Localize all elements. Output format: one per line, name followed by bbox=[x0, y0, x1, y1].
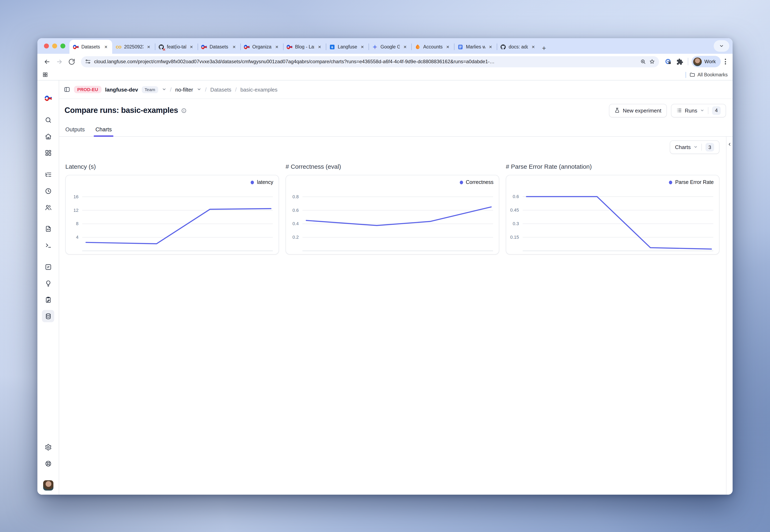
all-bookmarks-button[interactable]: All Bookmarks bbox=[689, 72, 728, 78]
sidebar-item-sessions[interactable] bbox=[42, 185, 54, 197]
browser-tab[interactable]: Datasets | l✕ bbox=[69, 40, 112, 54]
breadcrumb-slash: / bbox=[170, 86, 171, 93]
browser-tab[interactable]: Accounts |✕ bbox=[411, 40, 454, 54]
runs-button[interactable]: Runs 4 bbox=[671, 104, 726, 117]
browser-tab[interactable]: Marlies we✕ bbox=[454, 40, 497, 54]
svg-text:8: 8 bbox=[76, 221, 78, 226]
tab-title: Organizatio bbox=[252, 44, 271, 49]
svg-text:0.6: 0.6 bbox=[512, 194, 519, 199]
svg-text:12: 12 bbox=[73, 208, 79, 213]
reload-button[interactable] bbox=[66, 56, 77, 67]
browser-tab[interactable]: docs: add g✕ bbox=[497, 40, 539, 54]
panel-toggle-icon[interactable] bbox=[64, 86, 70, 93]
back-button[interactable] bbox=[41, 56, 52, 67]
browser-tab[interactable]: Organizatio✕ bbox=[240, 40, 283, 54]
profile-avatar bbox=[693, 57, 702, 66]
desktop: Datasets | l✕CO20250923✕✕feat(io-tab✕Dat… bbox=[0, 0, 770, 532]
sidebar-item-annotation[interactable] bbox=[42, 294, 54, 306]
site-settings-icon[interactable] bbox=[85, 59, 91, 64]
new-tab-button[interactable]: + bbox=[542, 45, 546, 52]
new-experiment-button[interactable]: New experiment bbox=[609, 104, 667, 117]
onepassword-extension-icon[interactable] bbox=[663, 57, 673, 67]
tab-title: docs: add g bbox=[509, 44, 528, 49]
charts-filter-button[interactable]: Charts 3 bbox=[670, 140, 720, 154]
sidebar-item-users[interactable] bbox=[42, 201, 54, 213]
profile-chip[interactable]: Work bbox=[692, 56, 721, 67]
browser-tab[interactable]: Blog - Lang✕ bbox=[283, 40, 326, 54]
page-header: Compare runs: basic-examples New experim… bbox=[59, 99, 733, 122]
sidebar-item-datasets[interactable] bbox=[42, 310, 54, 322]
tab-close-icon[interactable]: ✕ bbox=[402, 44, 408, 49]
tab-close-icon[interactable]: ✕ bbox=[231, 44, 237, 49]
tab-title: Blog - Lang bbox=[295, 44, 314, 49]
tab-close-icon[interactable]: ✕ bbox=[530, 44, 536, 49]
apps-grid-icon[interactable] bbox=[42, 72, 48, 78]
browser-tab[interactable]: CO20250923✕ bbox=[112, 40, 155, 54]
tab-search-button[interactable] bbox=[714, 40, 729, 52]
sidebar-item-tracing[interactable] bbox=[42, 168, 54, 181]
minimize-window-icon[interactable] bbox=[52, 44, 57, 48]
sidebar-item-settings[interactable] bbox=[42, 441, 54, 453]
zoom-window-icon[interactable] bbox=[60, 44, 65, 48]
sidebar-item-llm-judge[interactable] bbox=[42, 277, 54, 289]
list-tree-icon bbox=[45, 171, 52, 178]
sidebar-item-home[interactable] bbox=[42, 130, 54, 142]
sidebar-item-support[interactable] bbox=[42, 457, 54, 470]
langfuse-app: PROD-EU langfuse-dev Team / no-filter / … bbox=[37, 80, 733, 495]
browser-tab[interactable]: Google Ge✕ bbox=[369, 40, 411, 54]
database-icon bbox=[45, 313, 52, 320]
browser-tab[interactable]: 6Langfuse -✕ bbox=[326, 40, 369, 54]
extensions-puzzle-icon[interactable] bbox=[675, 57, 685, 67]
tab-title: Datasets | bbox=[210, 44, 229, 49]
info-icon[interactable] bbox=[181, 108, 187, 113]
browser-toolbar: cloud.langfuse.com/project/cmfwgv8fx002o… bbox=[37, 54, 733, 69]
browser-tab[interactable]: ✕feat(io-tab✕ bbox=[155, 40, 198, 54]
close-window-icon[interactable] bbox=[44, 44, 49, 48]
sidebar-item-dashboards[interactable] bbox=[42, 147, 54, 159]
url-text[interactable]: cloud.langfuse.com/project/cmfwgv8fx002o… bbox=[94, 59, 637, 64]
sidebar-item-scores[interactable] bbox=[42, 261, 54, 273]
tab-close-icon[interactable]: ✕ bbox=[274, 44, 280, 49]
tab-close-icon[interactable]: ✕ bbox=[146, 44, 151, 49]
tab-close-icon[interactable]: ✕ bbox=[487, 44, 493, 49]
tab-close-icon[interactable]: ✕ bbox=[188, 44, 195, 49]
tab-close-icon[interactable]: ✕ bbox=[445, 44, 451, 49]
url-bar[interactable]: cloud.langfuse.com/project/cmfwgv8fx002o… bbox=[81, 56, 659, 67]
lightbulb-icon bbox=[45, 280, 52, 287]
tab-charts[interactable]: Charts bbox=[95, 126, 112, 136]
header-actions: New experiment Runs 4 bbox=[609, 104, 726, 117]
tab-outputs[interactable]: Outputs bbox=[65, 126, 85, 136]
collapse-panel-icon[interactable] bbox=[727, 142, 732, 147]
breadcrumb-slash: / bbox=[205, 86, 207, 93]
project-name[interactable]: no-filter bbox=[175, 86, 193, 93]
breadcrumb-dataset-name[interactable]: basic-examples bbox=[240, 86, 278, 93]
life-buoy-icon bbox=[45, 460, 52, 467]
browser-menu-icon[interactable] bbox=[722, 56, 729, 67]
cloud-orange-favicon bbox=[415, 44, 421, 50]
tab-close-icon[interactable]: ✕ bbox=[317, 44, 323, 49]
bookmark-star-icon[interactable] bbox=[649, 59, 655, 64]
sidebar-item-prompts[interactable] bbox=[42, 222, 54, 235]
svg-text:0.45: 0.45 bbox=[510, 208, 519, 213]
dashboard-icon bbox=[45, 149, 52, 156]
org-switcher[interactable] bbox=[162, 86, 166, 93]
line-chart: 0.150.30.450.6 bbox=[506, 175, 719, 254]
chart-card: Parse Error Rate0.150.30.450.6 bbox=[506, 175, 720, 255]
sidebar-item-search[interactable] bbox=[42, 114, 54, 126]
zoom-icon[interactable] bbox=[640, 59, 646, 64]
forward-button[interactable] bbox=[54, 56, 64, 67]
tab-close-icon[interactable]: ✕ bbox=[359, 44, 365, 49]
sidebar-item-playground[interactable] bbox=[42, 239, 54, 251]
organization-name[interactable]: langfuse-dev bbox=[105, 86, 138, 93]
tab-title: feat(io-tab bbox=[167, 44, 186, 49]
browser-tab[interactable]: Datasets |✕ bbox=[198, 40, 240, 54]
svg-text:4: 4 bbox=[76, 235, 78, 240]
browser-window: Datasets | l✕CO20250923✕✕feat(io-tab✕Dat… bbox=[37, 38, 733, 495]
charts-filter-label: Charts bbox=[675, 144, 691, 150]
user-avatar[interactable] bbox=[42, 479, 54, 491]
project-switcher[interactable] bbox=[197, 86, 201, 93]
breadcrumb-datasets[interactable]: Datasets bbox=[211, 86, 232, 93]
charts-panel-main: Charts 3 Latency (s)latency481216# Corre… bbox=[59, 137, 726, 495]
view-tabs: Outputs Charts bbox=[59, 122, 733, 137]
tab-close-icon[interactable]: ✕ bbox=[103, 44, 109, 49]
